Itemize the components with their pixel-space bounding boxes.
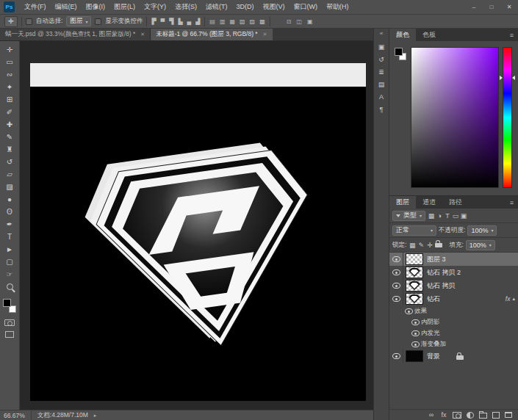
visibility-eye-icon[interactable] [392,296,400,302]
collapsed-panel-paragraph-icon[interactable]: ¶ [375,104,387,114]
visibility-eye-icon[interactable] [411,341,420,347]
collapsed-panel-1-icon[interactable]: ▣ [375,42,387,51]
options-extra-icon[interactable]: ⊡ [286,18,292,25]
zoom-level[interactable]: 66.67% [4,412,25,419]
distribute-icon[interactable]: ▦ [229,18,236,25]
tab-channels[interactable]: 通道 [416,196,442,209]
tab-paths[interactable]: 路径 [442,196,469,209]
menu-item[interactable]: 选择(S) [170,0,201,14]
filter-adjustment-layers-icon[interactable]: ◑ [436,211,443,220]
type-tool[interactable]: T [2,231,17,243]
shape-tool[interactable]: ▢ [2,256,17,268]
hue-slider-marker-right[interactable] [510,76,515,80]
canvas-pasteboard[interactable] [20,41,373,410]
collapsed-panel-info-icon[interactable]: ▤ [375,79,387,89]
document-tab-inactive[interactable]: 蜗一天.psd @ 33.3%(颜色查找 1, 图层蒙版/8) * ✕ [0,29,151,40]
foreground-color-swatch[interactable] [3,299,11,307]
menu-item[interactable]: 帮助(H) [322,0,353,14]
tab-color[interactable]: 颜色 [389,29,416,41]
visibility-eye-icon[interactable] [392,256,400,262]
layer-row[interactable]: 钻石 拷贝 2 [389,266,518,279]
align-icon[interactable]: ▛ [151,18,157,25]
visibility-eye-icon[interactable] [392,269,400,275]
options-extra-icon[interactable]: ◫ [295,18,303,25]
panel-menu-icon[interactable]: ≡ [510,199,518,206]
visibility-eye-icon[interactable] [411,330,420,336]
foreground-color-swatch[interactable] [395,48,403,56]
new-group-icon[interactable] [479,413,487,419]
lock-all-icon[interactable] [435,243,442,247]
layer-row[interactable]: 图层 3 [389,253,518,266]
filter-pixel-layers-icon[interactable]: ▦ [428,211,435,220]
gradient-tool[interactable]: ▨ [2,181,17,193]
menu-item[interactable]: 窗口(W) [289,0,323,14]
status-options-arrow-icon[interactable]: ▸ [94,413,97,419]
minimize-button[interactable]: – [465,0,483,14]
add-layer-mask-icon[interactable] [453,412,461,419]
visibility-eye-icon[interactable] [392,353,400,359]
distribute-icon[interactable]: ▧ [239,18,246,25]
align-icon[interactable]: ▄ [187,18,193,25]
document-tab-active[interactable]: 未标题-1 @ 66.7% (图层 3, RGB/8) * ✕ [151,29,272,40]
new-layer-icon[interactable] [492,412,500,419]
hand-tool[interactable]: ☞ [2,268,17,280]
active-tool-icon[interactable]: ✛ [4,16,18,27]
eraser-tool[interactable]: ▱ [2,168,17,181]
blur-tool[interactable]: ● [2,193,17,206]
distribute-icon[interactable]: ▩ [259,18,266,25]
filter-shape-layers-icon[interactable]: ▭ [452,211,459,220]
menu-item[interactable]: 滤镜(T) [201,0,232,14]
menu-item[interactable]: 视图(V) [259,0,289,14]
effect-row[interactable]: 效果 [389,305,518,316]
collapsed-panel-character-icon[interactable]: A [375,92,387,101]
lock-position-icon[interactable]: ✛ [426,241,434,250]
effect-row[interactable]: 内阴影 [389,316,518,327]
distribute-icon[interactable]: ▨ [249,18,256,25]
expand-panels-icon[interactable]: « [380,30,383,37]
path-selection-tool[interactable]: ► [2,243,17,256]
tab-layers[interactable]: 图层 [389,196,416,209]
panel-menu-icon[interactable]: ≡ [510,32,518,39]
move-tool[interactable]: ✛ [2,43,17,56]
hue-slider-marker-left[interactable] [500,76,505,80]
layer-row[interactable]: 背景 [389,350,518,363]
dodge-tool[interactable]: ʘ [2,206,17,218]
history-brush-tool[interactable]: ↺ [2,156,17,168]
maximize-button[interactable]: □ [483,0,500,14]
distribute-icon[interactable]: ▥ [219,18,226,25]
align-icon[interactable]: ▟ [195,18,201,25]
menu-item[interactable]: 图层(L) [109,0,140,14]
collapse-effects-icon[interactable]: ▴ [512,296,515,302]
layer-filter-kind-dropdown[interactable]: 类型 ▾ [392,211,425,221]
layer-row[interactable]: 钻石fx▴ [389,292,518,305]
lasso-tool[interactable]: ∾ [2,68,17,81]
menu-item[interactable]: 3D(D) [232,0,259,14]
options-extra-icon[interactable]: ▣ [306,18,314,25]
menu-item[interactable]: 文件(F) [20,0,51,14]
lock-transparent-pixels-icon[interactable]: ▦ [409,241,416,250]
visibility-eye-icon[interactable] [411,319,420,325]
auto-select-checkbox[interactable] [26,18,32,25]
opacity-dropdown[interactable]: 100% ▾ [467,225,497,236]
link-layers-icon[interactable]: ∞ [428,410,435,419]
effect-row[interactable]: 内发光 [389,327,518,338]
distribute-icon[interactable]: ▤ [209,18,216,25]
zoom-tool[interactable] [2,280,17,293]
effect-row[interactable]: 渐变叠加 [389,338,518,350]
eyedropper-tool[interactable]: ✐ [2,106,17,118]
tab-close-icon[interactable]: ✕ [140,32,145,37]
layer-style-icon[interactable]: fx [440,410,447,419]
new-adjustment-layer-icon[interactable] [467,412,474,419]
close-button[interactable]: ✕ [500,0,518,14]
menu-item[interactable]: 文字(Y) [140,0,170,14]
align-icon[interactable]: ▀ [160,18,166,25]
collapsed-panel-properties-icon[interactable]: ≣ [375,67,387,76]
clone-stamp-tool[interactable]: ♜ [2,143,17,156]
screen-mode-icon[interactable] [5,331,14,338]
crop-tool[interactable]: ⊞ [2,93,17,106]
pen-tool[interactable]: ✒ [2,218,17,231]
visibility-eye-icon[interactable] [392,283,400,289]
menu-item[interactable]: 编辑(E) [51,0,82,14]
lock-image-pixels-icon[interactable]: ✎ [417,241,425,250]
tab-swatches[interactable]: 色板 [416,29,442,41]
